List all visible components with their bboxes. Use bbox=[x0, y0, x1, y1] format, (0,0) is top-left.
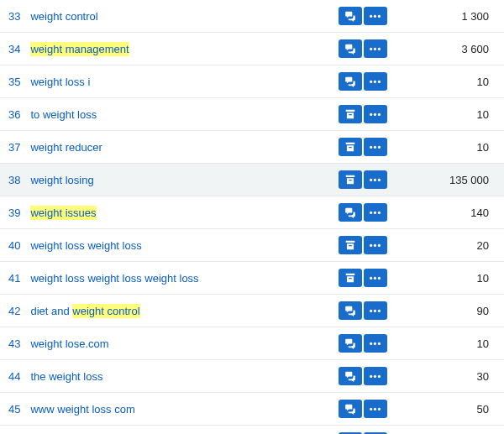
keyword-table: 33weight control•••1 30034weight managem… bbox=[0, 0, 504, 434]
keyword-cell: weight issues bbox=[25, 196, 332, 229]
keyword-cell: weight loss weight loss bbox=[25, 229, 332, 262]
shopping-icon[interactable] bbox=[339, 269, 362, 287]
keyword-link[interactable]: diet and weight control bbox=[30, 304, 139, 318]
keyword-cell: to weight loss bbox=[25, 98, 332, 131]
row-number: 45 bbox=[0, 393, 25, 426]
keyword-cell: diet and weight control bbox=[25, 295, 332, 327]
chat-icon[interactable] bbox=[339, 72, 362, 91]
keyword-link[interactable]: the weight loss bbox=[30, 370, 102, 383]
table-row: 43weight lose.com•••10 bbox=[0, 327, 504, 360]
shopping-icon[interactable] bbox=[339, 138, 362, 156]
table-row: 34weight management•••3 600 bbox=[0, 33, 504, 65]
table-row: 41weight loss weight loss weight loss•••… bbox=[0, 262, 504, 295]
table-row: 46who to weight loss•••10 bbox=[0, 426, 504, 435]
row-number: 35 bbox=[0, 65, 25, 98]
keyword-link[interactable]: weight issues bbox=[30, 206, 96, 220]
table-row: 38weight losing•••135 000 bbox=[0, 164, 504, 196]
search-volume: 140 bbox=[391, 196, 504, 229]
search-volume: 10 bbox=[391, 131, 504, 164]
row-number: 44 bbox=[0, 360, 25, 393]
row-controls: ••• bbox=[332, 360, 391, 393]
more-options-button[interactable]: ••• bbox=[364, 138, 387, 156]
row-number: 34 bbox=[0, 33, 25, 65]
row-number: 33 bbox=[0, 0, 25, 33]
keyword-link[interactable]: weight management bbox=[30, 42, 129, 56]
chat-icon[interactable] bbox=[339, 203, 362, 222]
row-number: 39 bbox=[0, 196, 25, 229]
keyword-link[interactable]: weight lose.com bbox=[30, 337, 108, 350]
keyword-cell: weight lose.com bbox=[25, 327, 332, 360]
shopping-icon[interactable] bbox=[339, 105, 362, 123]
more-options-button[interactable]: ••• bbox=[364, 105, 387, 123]
row-controls: ••• bbox=[332, 295, 391, 327]
shopping-icon[interactable] bbox=[339, 236, 362, 254]
chat-icon[interactable] bbox=[339, 367, 362, 385]
search-volume: 20 bbox=[391, 229, 504, 262]
row-number: 41 bbox=[0, 262, 25, 295]
table-row: 33weight control•••1 300 bbox=[0, 0, 504, 33]
chat-icon[interactable] bbox=[339, 400, 362, 418]
row-controls: ••• bbox=[332, 65, 391, 98]
row-number: 46 bbox=[0, 426, 25, 435]
search-volume: 10 bbox=[391, 262, 504, 295]
more-options-button[interactable]: ••• bbox=[364, 269, 387, 287]
row-controls: ••• bbox=[332, 33, 391, 65]
chat-icon[interactable] bbox=[339, 7, 362, 25]
search-volume: 50 bbox=[391, 393, 504, 426]
keyword-cell: who to weight loss bbox=[25, 426, 332, 435]
keyword-highlight: weight issues bbox=[30, 206, 96, 220]
search-volume: 10 bbox=[391, 426, 504, 435]
chat-icon[interactable] bbox=[339, 39, 362, 58]
keyword-cell: weight loss weight loss weight loss bbox=[25, 262, 332, 295]
more-options-button[interactable]: ••• bbox=[364, 334, 387, 353]
more-options-button[interactable]: ••• bbox=[364, 400, 387, 418]
row-controls: ••• bbox=[332, 393, 391, 426]
more-options-button[interactable]: ••• bbox=[364, 72, 387, 91]
row-controls: ••• bbox=[332, 98, 391, 131]
keyword-link[interactable]: weight reducer bbox=[30, 141, 102, 154]
keyword-highlight: weight management bbox=[30, 42, 129, 56]
more-options-button[interactable]: ••• bbox=[364, 367, 387, 385]
search-volume: 10 bbox=[391, 327, 504, 360]
row-controls: ••• bbox=[332, 0, 391, 33]
more-options-button[interactable]: ••• bbox=[364, 39, 387, 58]
search-volume: 90 bbox=[391, 295, 504, 327]
table-row: 40weight loss weight loss•••20 bbox=[0, 229, 504, 262]
search-volume: 1 300 bbox=[391, 0, 504, 33]
keyword-cell: www weight loss com bbox=[25, 393, 332, 426]
more-options-button[interactable]: ••• bbox=[364, 301, 387, 320]
row-number: 38 bbox=[0, 164, 25, 196]
table-row: 37weight reducer•••10 bbox=[0, 131, 504, 164]
row-controls: ••• bbox=[332, 426, 391, 435]
keyword-link[interactable]: weight loss weight loss weight loss bbox=[30, 272, 198, 285]
keyword-cell: weight losing bbox=[25, 164, 332, 196]
more-options-button[interactable]: ••• bbox=[364, 236, 387, 254]
keyword-cell: weight loss i bbox=[25, 65, 332, 98]
row-controls: ••• bbox=[332, 164, 391, 196]
chat-icon[interactable] bbox=[339, 334, 362, 353]
row-controls: ••• bbox=[332, 196, 391, 229]
chat-icon[interactable] bbox=[339, 301, 362, 320]
keyword-link[interactable]: weight loss weight loss bbox=[30, 239, 141, 252]
row-number: 43 bbox=[0, 327, 25, 360]
keyword-link[interactable]: weight loss i bbox=[30, 76, 90, 88]
keyword-link[interactable]: weight control bbox=[30, 10, 97, 23]
table-row: 36to weight loss•••10 bbox=[0, 98, 504, 131]
row-controls: ••• bbox=[332, 229, 391, 262]
search-volume: 3 600 bbox=[391, 33, 504, 65]
table-row: 45www weight loss com•••50 bbox=[0, 393, 504, 426]
keyword-link[interactable]: weight losing bbox=[30, 174, 93, 186]
row-controls: ••• bbox=[332, 131, 391, 164]
row-number: 42 bbox=[0, 295, 25, 327]
row-number: 37 bbox=[0, 131, 25, 164]
search-volume: 10 bbox=[391, 98, 504, 131]
table-row: 35weight loss i•••10 bbox=[0, 65, 504, 98]
keyword-link[interactable]: to weight loss bbox=[30, 108, 97, 121]
shopping-icon[interactable] bbox=[339, 170, 362, 189]
more-options-button[interactable]: ••• bbox=[364, 7, 387, 25]
keyword-link[interactable]: www weight loss com bbox=[30, 403, 134, 416]
search-volume: 30 bbox=[391, 360, 504, 393]
row-controls: ••• bbox=[332, 262, 391, 295]
more-options-button[interactable]: ••• bbox=[364, 203, 387, 222]
more-options-button[interactable]: ••• bbox=[364, 170, 387, 189]
